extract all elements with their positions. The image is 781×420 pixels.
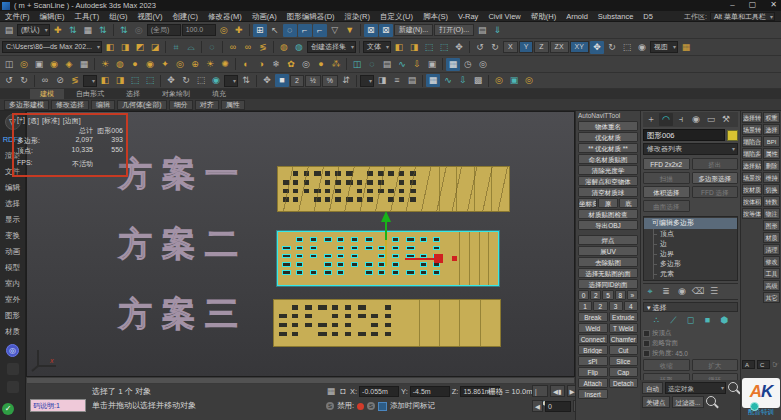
autonavi-button[interactable]: 1 (578, 301, 592, 311)
playback-button[interactable]: ◀▮ (550, 385, 565, 397)
tool-icon[interactable]: ∿ (395, 58, 409, 71)
tool-icon[interactable]: ◌ (205, 41, 219, 54)
tool-icon[interactable]: ✚ (232, 24, 246, 37)
ribbon-tab[interactable]: 对象绘制 (152, 89, 200, 99)
by-vertex-checkbox[interactable] (643, 330, 650, 337)
tool-icon[interactable]: ∿ (441, 74, 455, 87)
tool-icon[interactable]: ↖ (268, 24, 282, 37)
autonavi-button[interactable]: Detach (609, 378, 639, 388)
strip-button[interactable]: 属性 (763, 148, 780, 159)
tool-icon[interactable]: ▦ (679, 41, 693, 54)
gizmo-right-arrow-icon[interactable] (434, 254, 443, 263)
gizmo-up-arrow-icon[interactable] (381, 211, 391, 222)
menu-item[interactable]: V-Ray (453, 11, 483, 22)
lock-selection-icon[interactable]: ◘ (338, 385, 348, 398)
stack-subobject-level[interactable]: 顶点 (644, 229, 737, 239)
toolbar-button[interactable]: 打开(O)... (434, 24, 474, 36)
sidebar-item[interactable]: 动画 (5, 244, 20, 260)
autonavi-button[interactable]: 物体重名 (578, 121, 638, 131)
tool-icon[interactable]: ◎ (522, 74, 536, 87)
autonavi-button[interactable]: Insert (578, 389, 608, 399)
maxscript-mini-listener[interactable]: 码说明:1 (30, 399, 86, 412)
toolbar-field[interactable]: 100.0 (182, 24, 216, 36)
tool-icon[interactable]: ▼ (343, 24, 357, 37)
tool-icon[interactable]: ⊞ (253, 24, 267, 37)
tool-icon[interactable]: ◈ (62, 58, 76, 71)
tool-icon[interactable]: ⇩ (410, 58, 424, 71)
sidebar-item[interactable]: 选择 (5, 196, 20, 212)
tool-icon[interactable]: ↻ (605, 41, 619, 54)
tool-icon[interactable]: ◌ (365, 58, 379, 71)
tool-icon[interactable]: ☰ (707, 285, 721, 298)
autonavi-button[interactable]: Flip (578, 367, 608, 377)
strip-button[interactable]: 物注 (763, 208, 780, 219)
tool-icon[interactable]: ◎ (299, 58, 313, 71)
sidebar-item[interactable]: 模型 (5, 260, 20, 276)
tool-icon[interactable]: ▽ (328, 24, 342, 37)
menu-item[interactable]: 工具(T) (70, 11, 105, 22)
strip-button[interactable]: 图形 (763, 220, 780, 231)
ring-button[interactable]: 环形 (643, 373, 690, 380)
menu-item[interactable]: 渲染(R) (340, 11, 375, 22)
grid-icon[interactable]: ▦ (326, 385, 336, 398)
toolbar-dropdown[interactable]: 文体▾ (363, 41, 391, 53)
toolbar-button[interactable]: 2 (290, 75, 304, 87)
plugin-orb-icon[interactable]: ◎ (6, 344, 19, 357)
autonavi-button[interactable]: 选择无贴图的面 (578, 268, 638, 278)
tool-icon[interactable]: ⊠ (364, 24, 378, 37)
tool-icon[interactable]: ◉ (689, 113, 703, 126)
tool-icon[interactable]: ⬚ (422, 41, 436, 54)
tool-icon[interactable]: ⊠ (379, 24, 393, 37)
tool-icon[interactable]: ◍ (113, 58, 127, 71)
strip-button[interactable]: 删除 (763, 160, 780, 171)
tool-icon[interactable]: ☀ (203, 58, 217, 71)
autonavi-button[interactable]: Cap (609, 367, 639, 377)
autonavi-button[interactable]: Connect (578, 334, 608, 344)
autonavi-button[interactable]: 0 (578, 290, 589, 300)
tool-icon[interactable]: ⟋ (667, 314, 681, 327)
tool-icon[interactable]: ✺ (218, 58, 232, 71)
autonavi-button[interactable]: 2 (593, 301, 607, 311)
tool-icon[interactable]: ✥ (260, 74, 274, 87)
autonavi-button[interactable]: 3 (609, 301, 623, 311)
zoom-extents-icon[interactable] (728, 382, 738, 392)
tool-icon[interactable]: ⊘ (53, 74, 67, 87)
tool-icon[interactable]: ◎ (17, 58, 31, 71)
toolbar-dropdown[interactable]: 视图▾ (650, 41, 678, 53)
menu-item[interactable]: 视图(V) (133, 11, 168, 22)
sidebar-item[interactable]: 室外 (5, 292, 20, 308)
object-color-swatch[interactable] (727, 130, 738, 141)
autonavi-button[interactable]: 优化材质 (578, 132, 638, 142)
tool-icon[interactable]: ↺ (473, 41, 487, 54)
stack-subobject-level[interactable]: 多边形 (644, 259, 737, 269)
strip-button[interactable]: 塌陷多维 (742, 148, 762, 159)
set-key-button[interactable]: 关键点 (642, 396, 670, 408)
tool-icon[interactable]: ⇵ (339, 74, 353, 87)
prev-frame-button[interactable]: ◀ (532, 400, 543, 412)
tool-icon[interactable]: ▭ (704, 113, 718, 126)
grow-button[interactable]: 扩大 (692, 359, 739, 371)
toolbar-dropdown[interactable]: ▾ (224, 75, 238, 87)
maximize-button[interactable]: ▢ (749, 0, 757, 9)
strip-button[interactable]: 选择贴材 (742, 160, 762, 171)
tool-icon[interactable]: ◎ (132, 24, 146, 37)
menu-item[interactable]: Substance (593, 11, 638, 22)
tool-icon[interactable]: ▣ (507, 74, 521, 87)
autonavi-button[interactable]: 去除贴图 (578, 257, 638, 267)
toolbar-button[interactable]: ZX (550, 41, 569, 53)
ribbon-subtab[interactable]: 修改选择 (51, 100, 89, 110)
strip-button[interactable]: 其它 (763, 292, 780, 303)
autonavi-button[interactable]: 底 (619, 198, 638, 208)
autonavi-button[interactable]: 原 (598, 198, 617, 208)
autonavi-button[interactable]: Cut (609, 345, 639, 355)
toolbar-dropdown[interactable]: 创建选择集▾ (307, 41, 356, 53)
tool-icon[interactable]: ◎ (476, 58, 490, 71)
auto-key-button[interactable]: 自动 (642, 382, 663, 394)
time-tag-icon[interactable] (378, 402, 387, 411)
tool-icon[interactable]: ⌐ (313, 24, 327, 37)
toolbar-dropdown[interactable]: ▾ (360, 75, 374, 87)
toolbar-button[interactable]: % (322, 75, 338, 87)
tool-icon[interactable]: ◷ (461, 58, 475, 71)
menu-item[interactable]: 创建(C) (168, 11, 203, 22)
toolbar-dropdown[interactable]: C:\Users\86—ds Max 202...▾ (2, 41, 102, 53)
